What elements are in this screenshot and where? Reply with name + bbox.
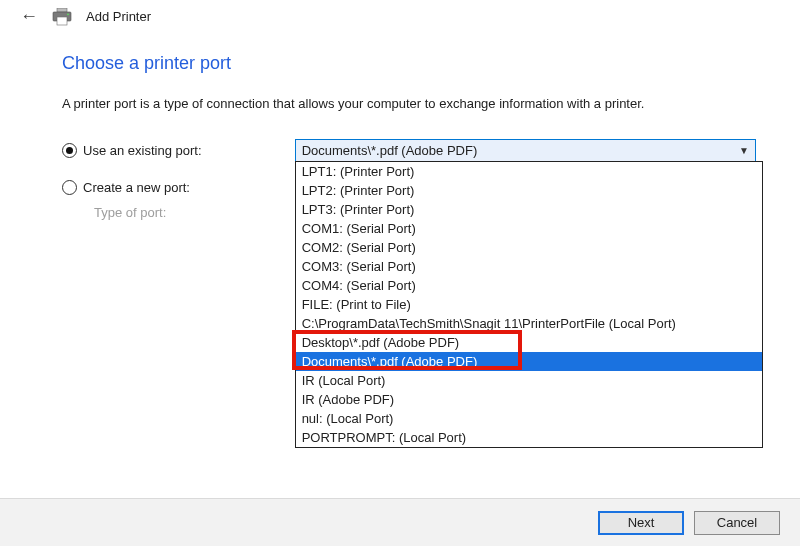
port-option[interactable]: COM3: (Serial Port) bbox=[296, 257, 762, 276]
window-title: Add Printer bbox=[86, 9, 151, 24]
port-option[interactable]: FILE: (Print to File) bbox=[296, 295, 762, 314]
type-of-port-label: Type of port: bbox=[94, 205, 298, 220]
radio-existing-port[interactable] bbox=[62, 143, 77, 158]
port-option[interactable]: LPT2: (Printer Port) bbox=[296, 181, 762, 200]
port-option[interactable]: COM4: (Serial Port) bbox=[296, 276, 762, 295]
chevron-down-icon: ▼ bbox=[739, 145, 749, 156]
next-button[interactable]: Next bbox=[598, 511, 684, 535]
port-dropdown-list[interactable]: LPT1: (Printer Port)LPT2: (Printer Port)… bbox=[295, 161, 763, 448]
page-heading: Choose a printer port bbox=[62, 53, 756, 74]
titlebar: ← Add Printer bbox=[0, 0, 800, 35]
radio-create-port[interactable] bbox=[62, 180, 77, 195]
wizard-content: Choose a printer port A printer port is … bbox=[0, 35, 800, 220]
port-option[interactable]: IR (Adobe PDF) bbox=[296, 390, 762, 409]
page-description: A printer port is a type of connection t… bbox=[62, 96, 756, 111]
port-option[interactable]: COM1: (Serial Port) bbox=[296, 219, 762, 238]
wizard-footer: Next Cancel bbox=[0, 498, 800, 546]
port-option[interactable]: IR (Local Port) bbox=[296, 371, 762, 390]
port-option[interactable]: LPT1: (Printer Port) bbox=[296, 162, 762, 181]
svg-point-3 bbox=[67, 13, 69, 15]
port-option[interactable]: C:\ProgramData\TechSmith\Snagit 11\Print… bbox=[296, 314, 762, 333]
port-option[interactable]: nul: (Local Port) bbox=[296, 409, 762, 428]
printer-icon bbox=[52, 8, 72, 26]
svg-rect-0 bbox=[57, 8, 67, 12]
svg-rect-2 bbox=[57, 17, 67, 25]
cancel-button[interactable]: Cancel bbox=[694, 511, 780, 535]
row-existing-port: Use an existing port: Documents\*.pdf (A… bbox=[62, 139, 756, 162]
port-dropdown[interactable]: Documents\*.pdf (Adobe PDF) ▼ bbox=[295, 139, 756, 162]
port-option[interactable]: LPT3: (Printer Port) bbox=[296, 200, 762, 219]
port-option[interactable]: Documents\*.pdf (Adobe PDF) bbox=[296, 352, 762, 371]
back-arrow-icon[interactable]: ← bbox=[20, 6, 38, 27]
port-option[interactable]: Desktop\*.pdf (Adobe PDF) bbox=[296, 333, 762, 352]
port-dropdown-selected: Documents\*.pdf (Adobe PDF) bbox=[302, 143, 478, 158]
port-option[interactable]: COM2: (Serial Port) bbox=[296, 238, 762, 257]
port-option[interactable]: PORTPROMPT: (Local Port) bbox=[296, 428, 762, 447]
radio-create-port-label: Create a new port: bbox=[83, 180, 190, 195]
radio-existing-port-label: Use an existing port: bbox=[83, 143, 202, 158]
